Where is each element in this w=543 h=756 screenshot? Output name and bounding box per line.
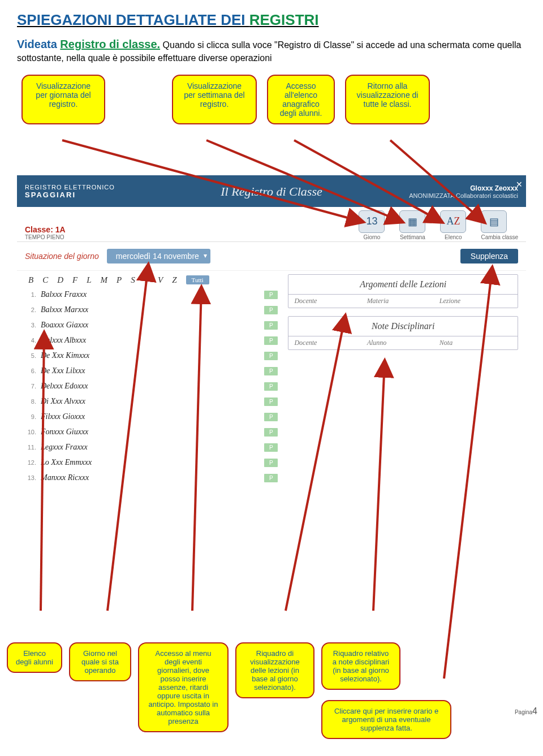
student-name: Balxxx Fraxxx — [41, 290, 264, 299]
lessons-box: Argomenti delle Lezioni Docente Materia … — [288, 274, 518, 308]
tutti-button[interactable]: Tutti — [186, 275, 209, 284]
presence-tag[interactable]: P — [264, 398, 278, 406]
nav-elenco-label: Elenco — [445, 234, 462, 240]
student-index: 7. — [25, 383, 41, 390]
student-name: Lo Xxx Emmxxx — [41, 458, 264, 467]
presence-tag[interactable]: P — [264, 367, 278, 375]
main-grid: B C D F L M P S T V Z Tutti 1.Balxxx Fra… — [17, 271, 526, 486]
student-name: Legxxx Fraxxx — [41, 443, 264, 452]
student-index: 10. — [25, 429, 41, 435]
student-row[interactable]: 5.De Xxx KimxxxP — [25, 348, 281, 364]
student-index: 12. — [25, 459, 41, 466]
presence-tag[interactable]: P — [264, 306, 278, 314]
letter[interactable]: T — [144, 275, 149, 285]
nav-icons: 13 Giorno ▦ Settimana AZ Elenco ▤ Cambia… — [359, 210, 518, 240]
presence-tag[interactable]: P — [264, 443, 278, 452]
letter[interactable]: V — [158, 275, 163, 285]
supplenza-button[interactable]: Supplenza — [460, 249, 518, 263]
student-index: 9. — [25, 413, 41, 420]
nav-elenco[interactable]: AZ Elenco — [440, 210, 466, 240]
presence-tag[interactable]: P — [264, 474, 278, 482]
student-name: Manxxx Ricxxx — [41, 473, 264, 482]
student-row[interactable]: 1.Balxxx FraxxxP — [25, 287, 281, 303]
student-index: 3. — [25, 322, 41, 329]
callout-settimana: Visualizzazione per settimana del regist… — [172, 75, 257, 124]
student-row[interactable]: 11.Legxxx FraxxxP — [25, 440, 281, 455]
intro-prefix1: Videata — [17, 38, 60, 50]
student-index: 8. — [25, 398, 41, 405]
student-row[interactable]: 10.Fonxxx GiuxxxP — [25, 425, 281, 440]
letter[interactable]: S — [131, 275, 135, 285]
calendar-day-icon: 13 — [359, 210, 385, 233]
presence-tag[interactable]: P — [264, 336, 278, 345]
letter[interactable]: M — [101, 275, 108, 285]
letter[interactable]: F — [72, 275, 77, 285]
class-sub: TEMPO PIENO — [25, 234, 359, 240]
class-info: Classe: 1A TEMPO PIENO — [25, 225, 359, 240]
callouts-top-row: Visualizzazione per giornata del registr… — [21, 75, 526, 124]
lessons-title: Argomenti delle Lezioni — [288, 275, 518, 294]
nav-settimana[interactable]: ▦ Settimana — [399, 210, 425, 240]
userrole: ANONIMIZZATA Collaboratori scolastici — [409, 192, 518, 199]
page-n: 4 — [532, 706, 537, 716]
student-index: 4. — [25, 337, 41, 344]
letter[interactable]: L — [87, 275, 91, 285]
left-column: B C D F L M P S T V Z Tutti 1.Balxxx Fra… — [25, 271, 281, 486]
presence-tag[interactable]: P — [264, 321, 278, 330]
student-row[interactable]: 12.Lo Xxx EmmxxxP — [25, 455, 281, 470]
student-row[interactable]: 7.Delxxx EdoxxxP — [25, 379, 281, 394]
notes-box: Note Disciplinari Docente Alunno Nota — [288, 316, 518, 350]
student-name: Balxxx Marxxx — [41, 305, 264, 314]
col-docente: Docente — [294, 297, 367, 305]
nav-giorno[interactable]: 13 Giorno — [359, 210, 385, 240]
callout-lezioni: Riquadro di visualizzazione delle lezion… — [235, 642, 314, 698]
student-name: Di Xxx Alvxxx — [41, 397, 264, 406]
letter[interactable]: Z — [172, 275, 176, 285]
title-part1: SPIEGAZIONI DETTAGLIATE DEI — [17, 11, 249, 28]
app-header: REGISTRO ELETTRONICO SPAGGIARI Il Regist… — [17, 176, 526, 207]
page-title: SPIEGAZIONI DETTAGLIATE DEI REGISTRI — [17, 11, 526, 29]
col-lezione: Lezione — [439, 297, 512, 305]
callout-giorno: Giorno nel quale si sta operando — [69, 642, 131, 681]
presence-tag[interactable]: P — [264, 428, 278, 437]
presence-tag[interactable]: P — [264, 382, 278, 391]
student-name: Delxxx Edoxxx — [41, 382, 264, 391]
logo-line1: REGISTRO ELETTRONICO — [25, 184, 115, 191]
notes-headers: Docente Alunno Nota — [288, 336, 518, 349]
callouts-bottom-row: Elenco degli alunni Giorno nel quale si … — [7, 642, 451, 739]
subheader: Classe: 1A TEMPO PIENO 13 Giorno ▦ Setti… — [17, 207, 526, 242]
app-logo: REGISTRO ELETTRONICO SPAGGIARI — [25, 184, 115, 199]
callout-supplenza: Cliccare qui per inserire orario e argom… — [321, 700, 451, 739]
notes-title: Note Disciplinari — [288, 317, 518, 336]
student-row[interactable]: 6.De Xxx LilxxxP — [25, 364, 281, 379]
presence-tag[interactable]: P — [264, 413, 278, 421]
student-row[interactable]: 8.Di Xxx AlvxxxP — [25, 394, 281, 409]
right-column: Argomenti delle Lezioni Docente Materia … — [281, 271, 518, 486]
title-part2: REGISTRI — [249, 11, 319, 28]
col-alunno: Alunno — [367, 339, 439, 347]
student-row[interactable]: 4.Calxxx AlbxxxP — [25, 333, 281, 348]
letter[interactable]: P — [117, 275, 122, 285]
presence-tag[interactable]: P — [264, 459, 278, 467]
class-name: Classe: 1A — [25, 225, 359, 234]
app-user: Gloxxx Zeoxxx ANONIMIZZATA Collaboratori… — [409, 184, 518, 199]
student-row[interactable]: 9.Filxxx GioxxxP — [25, 409, 281, 425]
nav-cambia[interactable]: ▤ Cambia classe — [481, 210, 518, 240]
logo-line2: SPAGGIARI — [25, 191, 76, 199]
situation-label: Situazione del giorno — [25, 252, 99, 261]
letter[interactable]: B — [28, 275, 33, 285]
nav-cambia-label: Cambia classe — [481, 234, 518, 240]
presence-tag[interactable]: P — [264, 291, 278, 299]
student-row[interactable]: 2.Balxxx MarxxxP — [25, 303, 281, 318]
letter[interactable]: C — [42, 275, 48, 285]
student-row[interactable]: 13.Manxxx RicxxxP — [25, 470, 281, 486]
calendar-week-icon: ▦ — [399, 210, 425, 233]
student-index: 6. — [25, 368, 41, 374]
student-row[interactable]: 3.Boaxxx GiaxxxP — [25, 318, 281, 333]
presence-tag[interactable]: P — [264, 352, 278, 360]
close-icon[interactable]: ✕ — [516, 180, 523, 189]
date-selector[interactable]: mercoledì 14 novembre — [107, 249, 210, 263]
letter[interactable]: D — [57, 275, 63, 285]
col-materia: Materia — [367, 297, 439, 305]
nav-giorno-label: Giorno — [363, 234, 380, 240]
